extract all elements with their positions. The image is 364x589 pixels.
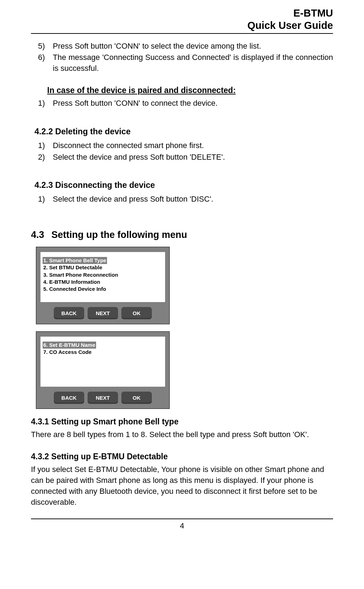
menu-item[interactable]: 7. CO Access Code <box>43 349 92 356</box>
step-text: Disconnect the connected smart phone fir… <box>53 140 333 151</box>
list-item: 1)Select the device and press Soft butto… <box>34 194 333 205</box>
footer-rule <box>31 519 333 519</box>
list-item: 1)Disconnect the connected smart phone f… <box>34 140 333 151</box>
s422-list: 1)Disconnect the connected smart phone f… <box>34 140 333 163</box>
menu-item-selected[interactable]: 1. Smart Phone Bell Type <box>43 257 107 264</box>
next-button[interactable]: NEXT <box>88 392 118 404</box>
section-4-3-title: 4.3 Setting up the following menu <box>31 229 333 240</box>
ok-button[interactable]: OK <box>121 392 152 404</box>
step-text: Press Soft button 'CONN' to select the d… <box>53 41 333 52</box>
page-number: 4 <box>31 521 333 538</box>
section-number: 4.3 <box>31 229 51 240</box>
softkey-row: BACK NEXT OK <box>40 392 165 404</box>
step-number: 1) <box>34 194 53 205</box>
section-4-2-3-title: 4.2.3 Disconnecting the device <box>34 179 333 191</box>
step-number: 6) <box>34 52 53 74</box>
step-number: 1) <box>34 98 53 109</box>
next-button[interactable]: NEXT <box>88 307 118 319</box>
softkey-row: BACK NEXT OK <box>40 307 165 319</box>
lcd-panel: 1. Smart Phone Bell Type 2. Set BTMU Det… <box>40 252 165 302</box>
menu-item[interactable]: 2. Set BTMU Detectable <box>43 264 103 271</box>
case-heading: In case of the device is paired and disc… <box>47 85 333 96</box>
menu-item[interactable]: 3. Smart Phone Reconnection <box>43 271 119 278</box>
section-4-3-2-title: 4.3.2 Setting up E-BTMU Detectable <box>31 451 333 462</box>
device-screen-1: 1. Smart Phone Bell Type 2. Set BTMU Det… <box>36 247 170 324</box>
menu-item-selected[interactable]: 6. Set E-BTMU Name <box>43 342 96 349</box>
step-text: Press Soft button 'CONN' to connect the … <box>53 98 333 109</box>
step-text: The message 'Connecting Success and Conn… <box>53 52 333 74</box>
ok-button[interactable]: OK <box>121 307 152 319</box>
menu-item[interactable]: 4. E-BTMU Information <box>43 278 101 286</box>
section-4-2-2-title: 4.2.2 Deleting the device <box>34 126 333 137</box>
header-rule <box>31 33 333 34</box>
list-item: 6)The message 'Connecting Success and Co… <box>34 52 333 74</box>
list-item: 5)Press Soft button 'CONN' to select the… <box>34 41 333 52</box>
list-item: 1)Press Soft button 'CONN' to connect th… <box>34 98 333 109</box>
step-number: 2) <box>34 152 53 163</box>
lcd-panel: 6. Set E-BTMU Name 7. CO Access Code <box>40 337 165 387</box>
top-steps-list: 5)Press Soft button 'CONN' to select the… <box>34 41 333 74</box>
section-4-3-1-title: 4.3.1 Setting up Smart phone Bell type <box>31 416 333 427</box>
section-4-3-2-body: If you select Set E-BTMU Detectable, You… <box>31 464 333 508</box>
list-item: 2)Select the device and press Soft butto… <box>34 152 333 163</box>
step-text: Select the device and press Soft button … <box>53 194 333 205</box>
section-4-3-1-body: There are 8 bell types from 1 to 8. Sele… <box>31 429 333 440</box>
back-button[interactable]: BACK <box>54 307 84 319</box>
step-text: Select the device and press Soft button … <box>53 152 333 163</box>
s423-list: 1)Select the device and press Soft butto… <box>34 194 333 205</box>
doc-header: E-BTMU Quick User Guide <box>31 7 333 32</box>
device-screen-2: 6. Set E-BTMU Name 7. CO Access Code BAC… <box>36 331 170 409</box>
step-number: 1) <box>34 140 53 151</box>
section-title-text: Setting up the following menu <box>51 229 187 240</box>
back-button[interactable]: BACK <box>54 392 84 404</box>
doc-title-line1: E-BTMU <box>31 7 333 19</box>
case-list: 1)Press Soft button 'CONN' to connect th… <box>34 98 333 109</box>
doc-title-line2: Quick User Guide <box>31 19 333 32</box>
step-number: 5) <box>34 41 53 52</box>
menu-item[interactable]: 5. Connected Device Info <box>43 286 107 293</box>
